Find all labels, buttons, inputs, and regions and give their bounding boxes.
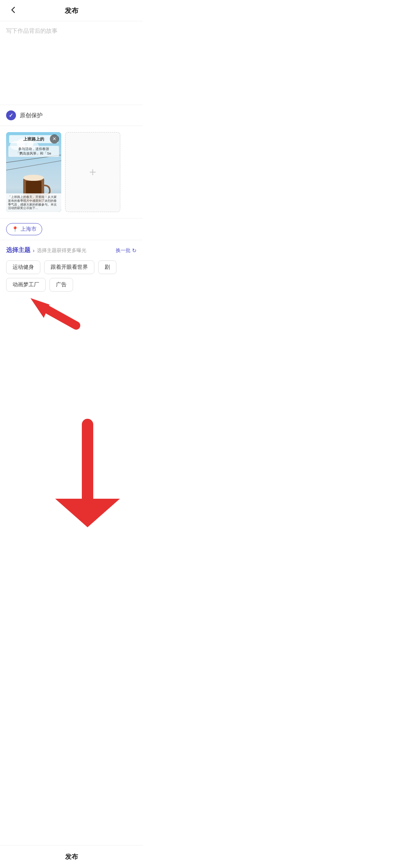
story-section[interactable]: 写下作品背后的故事 <box>0 21 143 105</box>
story-placeholder: 写下作品背后的故事 <box>6 27 57 34</box>
add-image-button[interactable]: + <box>65 132 120 212</box>
image-desc: 参与活动，送你春游「鹦岛放风筝」和「Se <box>8 146 59 157</box>
location-tag[interactable]: 📍 上海市 <box>6 223 42 235</box>
publish-footer: 发布 <box>0 845 143 868</box>
refresh-label: 换一批 <box>116 247 131 254</box>
topic-tag-world[interactable]: 跟着开眼看世界 <box>44 260 94 274</box>
images-row: 上班路上的 参与活动，送你春游「鹦岛放风筝」和「Se 「上班路上的春天」开奖啦！… <box>6 132 137 212</box>
topics-header: 选择主题 › 选择主题获得更多曝光 换一批 ↻ <box>6 246 137 254</box>
topic-tag-ad[interactable]: 广告 <box>49 278 73 292</box>
topics-hint: 选择主题获得更多曝光 <box>37 247 113 254</box>
svg-point-5 <box>23 175 44 181</box>
topics-section: 选择主题 › 选择主题获得更多曝光 换一批 ↻ 运动健身 跟着开眼看世界 剧 动… <box>0 240 143 298</box>
image-body-text: 「上班路上的春天」开奖啦！从大家发布的春季照片中感受到了浓烈的春季气息，感谢大家… <box>6 193 61 212</box>
topic-tag-drama[interactable]: 剧 <box>98 260 116 274</box>
arrow-down <box>55 424 120 527</box>
publish-button[interactable]: 发布 <box>65 852 78 861</box>
protection-label: 原创保护 <box>20 112 43 119</box>
location-section: 📍 上海市 <box>0 219 143 240</box>
topic-tag-animation[interactable]: 动画梦工厂 <box>6 278 46 292</box>
header: 发布 <box>0 0 143 21</box>
topics-arrow-icon: › <box>33 247 35 254</box>
protection-section[interactable]: 原创保护 <box>0 105 143 126</box>
image-preview: 上班路上的 参与活动，送你春游「鹦岛放风筝」和「Se 「上班路上的春天」开奖啦！… <box>6 132 61 212</box>
back-button[interactable] <box>6 3 21 19</box>
topics-tags: 运动健身 跟着开眼看世界 剧 动画梦工厂 广告 <box>6 260 137 292</box>
page-title: 发布 <box>65 6 78 15</box>
uploaded-image: 上班路上的 参与活动，送你春游「鹦岛放风筝」和「Se 「上班路上的春天」开奖啦！… <box>6 132 61 212</box>
image-close-button[interactable] <box>50 134 59 144</box>
topic-tag-sports[interactable]: 运动健身 <box>6 260 40 274</box>
refresh-icon: ↻ <box>132 247 137 254</box>
location-text: 上海市 <box>21 226 37 233</box>
add-icon: + <box>89 165 96 179</box>
images-section: 上班路上的 参与活动，送你春游「鹦岛放风筝」和「Se 「上班路上的春天」开奖啦！… <box>0 126 143 219</box>
svg-marker-12 <box>55 499 120 527</box>
topics-title[interactable]: 选择主题 <box>6 246 30 254</box>
topics-refresh-button[interactable]: 换一批 ↻ <box>116 247 137 254</box>
location-pin-icon: 📍 <box>12 226 18 232</box>
protection-check-icon <box>6 110 16 120</box>
